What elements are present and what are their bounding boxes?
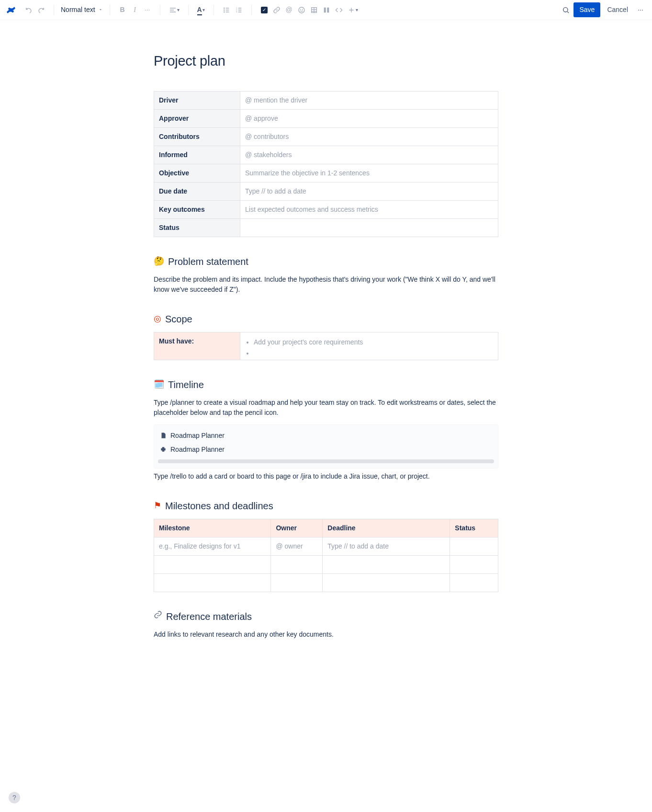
separator <box>251 5 252 15</box>
section-reference: Reference materials <box>154 609 498 624</box>
table-row[interactable] <box>154 573 498 592</box>
table-row[interactable]: Informed@ stakeholders <box>154 146 498 164</box>
table-row[interactable]: e.g., Finalize designs for v1 @ owner Ty… <box>154 537 498 555</box>
section-title: Reference materials <box>166 609 252 624</box>
section-scope: ◎ Scope <box>154 312 498 326</box>
text-color-button[interactable]: A▾ <box>195 4 207 16</box>
more-formatting-button[interactable]: ··· <box>142 4 153 16</box>
save-button[interactable]: Save <box>573 2 600 17</box>
macro-row[interactable]: Roadmap Planner <box>154 443 498 457</box>
bullet-list-button[interactable] <box>221 4 232 16</box>
table-row[interactable]: Key outcomesList expected outcomes and s… <box>154 200 498 218</box>
table-row[interactable] <box>154 555 498 573</box>
timeline-body-2[interactable]: Type /trello to add a card or board to t… <box>154 471 498 481</box>
target-icon: ◎ <box>154 312 161 325</box>
meta-label: Informed <box>154 146 240 164</box>
section-milestones: ⚑ Milestones and deadlines <box>154 499 498 513</box>
roadmap-macro-block[interactable]: Roadmap Planner Roadmap Planner <box>154 424 498 469</box>
svg-point-8 <box>302 9 303 10</box>
svg-rect-11 <box>327 7 329 12</box>
layouts-button[interactable] <box>321 4 332 16</box>
scope-row-content[interactable]: Add your project's core requirements <box>240 332 498 360</box>
align-button[interactable]: ▾ <box>167 4 181 16</box>
thinking-face-icon: 🤔 <box>154 255 164 268</box>
separator <box>54 5 54 15</box>
page-title[interactable]: Project plan <box>154 51 498 72</box>
separator <box>214 5 214 15</box>
section-title: Milestones and deadlines <box>165 499 273 513</box>
meta-value[interactable]: @ mention the driver <box>240 91 498 109</box>
text-style-select[interactable]: Normal text <box>58 4 106 16</box>
table-button[interactable] <box>308 4 320 16</box>
cell[interactable] <box>450 537 498 555</box>
cancel-button[interactable]: Cancel <box>602 2 633 17</box>
more-actions-button[interactable]: ··· <box>635 4 646 16</box>
checkbox-icon: ✓ <box>261 7 268 13</box>
chevron-down-icon <box>98 5 103 15</box>
svg-rect-10 <box>324 7 326 12</box>
meta-value[interactable]: Summarize the objective in 1-2 sentences <box>240 164 498 182</box>
table-row[interactable]: ObjectiveSummarize the objective in 1-2 … <box>154 164 498 182</box>
table-row[interactable]: Approver@ approve <box>154 109 498 127</box>
separator <box>188 5 189 15</box>
numbered-list-button[interactable]: 123 <box>233 4 245 16</box>
code-button[interactable] <box>333 4 345 16</box>
table-row[interactable]: Due dateType // to add a date <box>154 182 498 200</box>
svg-text:3: 3 <box>236 11 237 13</box>
problem-body[interactable]: Describe the problem and its impact. Inc… <box>154 274 498 295</box>
separator <box>160 5 160 15</box>
confluence-logo <box>6 5 18 15</box>
meta-value[interactable]: Type // to add a date <box>240 182 498 200</box>
section-problem-statement: 🤔 Problem statement <box>154 254 498 269</box>
milestones-table[interactable]: Milestone Owner Deadline Status e.g., Fi… <box>154 519 498 592</box>
meta-value[interactable]: @ approve <box>240 109 498 127</box>
link-icon <box>154 610 162 623</box>
reference-body[interactable]: Add links to relevant research and any o… <box>154 629 498 640</box>
table-row[interactable]: Contributors@ contributors <box>154 127 498 146</box>
undo-button[interactable] <box>23 4 34 16</box>
table-row[interactable]: Status <box>154 218 498 237</box>
macro-scrollbar[interactable] <box>158 459 494 463</box>
svg-point-0 <box>224 8 224 8</box>
svg-point-7 <box>300 9 301 10</box>
meta-value[interactable]: List expected outcomes and success metri… <box>240 200 498 218</box>
cell[interactable]: e.g., Finalize designs for v1 <box>154 537 271 555</box>
emoji-button[interactable] <box>296 4 307 16</box>
meta-label: Approver <box>154 109 240 127</box>
meta-label: Contributors <box>154 127 240 146</box>
svg-point-1 <box>224 10 224 10</box>
macro-row[interactable]: Roadmap Planner <box>154 429 498 443</box>
section-title: Problem statement <box>168 254 248 269</box>
section-title: Scope <box>165 312 192 326</box>
meta-value[interactable] <box>240 218 498 237</box>
section-timeline: 🗓️ Timeline <box>154 377 498 392</box>
table-row[interactable]: Driver@ mention the driver <box>154 91 498 109</box>
meta-value[interactable]: @ contributors <box>240 127 498 146</box>
meta-label: Key outcomes <box>154 200 240 218</box>
metadata-table[interactable]: Driver@ mention the driverApprover@ appr… <box>154 91 498 237</box>
scope-item-empty[interactable] <box>254 348 493 355</box>
editor-toolbar: Normal text B I ··· ▾ A▾ 123 ✓ <box>0 0 652 20</box>
meta-label: Driver <box>154 91 240 109</box>
svg-point-2 <box>224 11 224 12</box>
italic-button[interactable]: I <box>129 4 141 16</box>
redo-button[interactable] <box>35 4 47 16</box>
find-replace-button[interactable] <box>560 4 572 16</box>
editor-page[interactable]: Project plan Driver@ mention the driverA… <box>144 20 508 685</box>
meta-value[interactable]: @ stakeholders <box>240 146 498 164</box>
timeline-body[interactable]: Type /planner to create a visual roadmap… <box>154 398 498 418</box>
bold-button[interactable]: B <box>117 4 128 16</box>
scope-item[interactable]: Add your project's core requirements <box>254 337 493 347</box>
action-item-button[interactable]: ✓ <box>259 4 270 16</box>
cell[interactable]: @ owner <box>271 537 323 555</box>
meta-label: Objective <box>154 164 240 182</box>
col-milestone: Milestone <box>154 519 271 537</box>
mention-button[interactable]: @ <box>283 4 295 16</box>
link-button[interactable] <box>271 4 282 16</box>
insert-button[interactable]: ▾ <box>346 4 360 16</box>
cell[interactable]: Type // to add a date <box>323 537 450 555</box>
text-style-label: Normal text <box>61 5 95 15</box>
separator <box>110 5 110 15</box>
scope-table[interactable]: Must have: Add your project's core requi… <box>154 332 498 360</box>
puzzle-icon <box>160 446 167 453</box>
